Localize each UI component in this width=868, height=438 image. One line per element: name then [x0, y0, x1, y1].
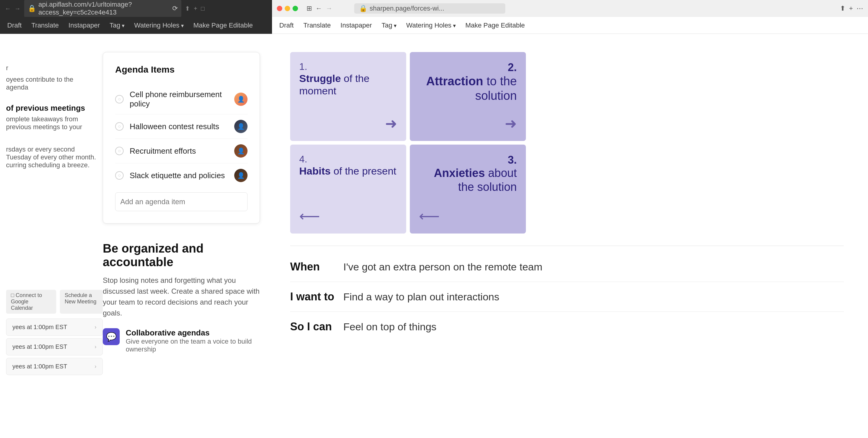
force-number-2: 2. [419, 61, 517, 74]
mini-card-arrow-3: › [95, 363, 96, 370]
bottom-text: Stop losing notes and forgetting what yo… [103, 275, 260, 319]
left-browser-bar: ← → 🔒 api.apiflash.com/v1/urltoimage?acc… [0, 0, 272, 17]
force-title-1: Struggle of the moment [299, 72, 397, 97]
right-share-icon[interactable]: ⬆ [840, 4, 845, 12]
agenda-label-4: Slack etiquette and policies [130, 171, 228, 180]
force-title-bold-2: Attraction [426, 75, 483, 88]
left-side-schedule-text: rsdays or every second Tuesday of every … [6, 146, 97, 161]
nav-forward-icon[interactable]: → [326, 4, 333, 12]
force-arrow-1: ➜ [385, 115, 397, 132]
agenda-item-1: ○ Cell phone reimbursement policy 👤 [115, 84, 248, 114]
agenda-check-4[interactable]: ○ [115, 171, 124, 180]
force-cell-anxieties: 3. Anxieties about the solution ⟵ [410, 145, 526, 234]
user-story-section: When I've got an extra person on the rem… [290, 245, 844, 342]
left-side-meetings-text: omplete takeaways from previous meetings… [6, 115, 97, 131]
agenda-avatar-4: 👤 [234, 169, 248, 182]
agenda-avatar-1: 👤 [234, 93, 248, 106]
mini-card-arrow-2: › [95, 344, 96, 350]
force-title-4: Habits of the present [299, 165, 397, 177]
forces-grid: 1. Struggle of the moment ➜ 2. Attractio… [290, 52, 526, 234]
browser-forward-icon[interactable]: → [14, 5, 21, 12]
mini-card-text-1: yees at 1:00pm EST [12, 324, 67, 331]
force-cell-habits: 4. Habits of the present ⟵ [290, 145, 406, 234]
mini-card-arrow-1: › [95, 324, 96, 330]
agenda-check-1[interactable]: ○ [115, 95, 124, 104]
story-text-can: Feel on top of things [343, 321, 436, 333]
force-number-1: 1. [299, 61, 397, 72]
right-toolbar-translate[interactable]: Translate [304, 22, 331, 29]
right-toolbar-draft[interactable]: Draft [279, 22, 294, 29]
close-button[interactable] [277, 6, 282, 11]
toolbar-watering-holes[interactable]: Watering Holes [134, 22, 184, 29]
left-side-meetings-header: of previous meetings [6, 104, 97, 113]
story-text-when: I've got an extra person on the remote t… [343, 261, 542, 273]
mini-cards-section: □ Connect to Google Calendar Schedule a … [6, 290, 103, 378]
refresh-icon[interactable]: ⟳ [172, 4, 178, 12]
toolbar-draft[interactable]: Draft [7, 22, 22, 29]
right-toolbar-instapaper[interactable]: Instapaper [341, 22, 372, 29]
right-url-bar[interactable]: 🔒 sharpen.page/forces-wi... [354, 3, 505, 13]
url-text: api.apiflash.com/v1/urltoimage?access_ke… [38, 1, 170, 16]
force-number-4: 4. [299, 154, 397, 165]
force-title-bold-1: Struggle [299, 72, 341, 84]
mini-card-text-2: yees at 1:00pm EST [12, 343, 67, 350]
story-keyword-want: I want to [290, 290, 339, 303]
force-cell-struggle: 1. Struggle of the moment ➜ [290, 52, 406, 141]
right-toolbar: Draft Translate Instapaper Tag Watering … [272, 17, 868, 34]
force-cell-attraction: 2. Attraction to the solution ➜ [410, 52, 526, 141]
right-lock-icon: 🔒 [359, 4, 367, 12]
left-url-bar[interactable]: 🔒 api.apiflash.com/v1/urltoimage?access_… [24, 0, 181, 18]
right-toolbar-watering-holes[interactable]: Watering Holes [406, 22, 456, 29]
left-panel: ← → 🔒 api.apiflash.com/v1/urltoimage?acc… [0, 0, 272, 438]
toolbar-translate[interactable]: Translate [31, 22, 59, 29]
right-content: 1. Struggle of the moment ➜ 2. Attractio… [272, 34, 868, 438]
mini-card-2[interactable]: yees at 1:00pm EST › [6, 338, 103, 355]
agenda-check-2[interactable]: ○ [115, 122, 124, 131]
agenda-item-3: ○ Recruitment efforts 👤 [115, 139, 248, 163]
maximize-button[interactable] [292, 6, 298, 11]
bottom-section: Be organized and accountable Stop losing… [103, 242, 260, 353]
mini-card-1[interactable]: yees at 1:00pm EST › [6, 319, 103, 336]
right-toolbar-make-editable[interactable]: Make Page Editable [465, 22, 525, 29]
feature-row: 💬 Collaborative agendas Give everyone on… [103, 328, 260, 353]
story-line-when: When I've got an extra person on the rem… [290, 252, 844, 282]
right-toolbar-tag[interactable]: Tag [382, 22, 397, 29]
toolbar-instapaper[interactable]: Instapaper [69, 22, 100, 29]
force-title-bold-4: Habits [299, 165, 331, 177]
left-toolbar: Draft Translate Instapaper Tag Watering … [0, 17, 272, 34]
agenda-check-3[interactable]: ○ [115, 147, 124, 155]
story-line-can: So I can Feel on top of things [290, 312, 844, 342]
lock-icon: 🔒 [28, 4, 36, 12]
agenda-label-2: Halloween contest results [130, 122, 228, 131]
grid-icon[interactable]: ⊞ [306, 4, 312, 12]
windows-icon[interactable]: □ [201, 5, 205, 12]
mini-card-3[interactable]: yees at 1:00pm EST › [6, 358, 103, 375]
minimize-button[interactable] [285, 6, 290, 11]
feature-icon: 💬 [103, 328, 120, 345]
right-add-tab-icon[interactable]: + [849, 4, 853, 12]
agenda-avatar-3: 👤 [234, 144, 248, 157]
force-arrow-4: ⟵ [299, 207, 320, 225]
connect-calendar-btn[interactable]: □ Connect to Google Calendar [6, 290, 56, 314]
force-title-rest-4: of the present [333, 165, 396, 177]
agenda-label-3: Recruitment efforts [130, 146, 228, 156]
left-side-recurring-text: curring scheduling a breeze. [6, 161, 97, 169]
feature-title: Collaborative agendas [126, 328, 260, 338]
force-title-2: Attraction to the solution [419, 74, 517, 103]
share-icon[interactable]: ⬆ [185, 5, 190, 12]
agenda-card: Agenda Items ○ Cell phone reimbursement … [103, 52, 260, 224]
agenda-input[interactable] [115, 193, 248, 211]
story-line-want: I want to Find a way to plan out interac… [290, 282, 844, 312]
add-tab-icon[interactable]: + [194, 5, 197, 12]
right-windows-icon[interactable]: ⋯ [857, 4, 863, 12]
toolbar-make-editable[interactable]: Make Page Editable [193, 22, 253, 29]
mini-card-text-3: yees at 1:00pm EST [12, 363, 67, 370]
toolbar-tag[interactable]: Tag [110, 22, 125, 29]
nav-back-icon[interactable]: ← [315, 4, 322, 12]
agenda-title: Agenda Items [115, 64, 248, 75]
agenda-label-1: Cell phone reimbursement policy [130, 90, 228, 109]
browser-back-icon[interactable]: ← [5, 5, 11, 12]
story-keyword-when: When [290, 260, 339, 273]
schedule-meeting-btn[interactable]: Schedule a New Meeting [60, 290, 103, 314]
left-content: r oyees contribute to the agenda of prev… [0, 34, 272, 438]
